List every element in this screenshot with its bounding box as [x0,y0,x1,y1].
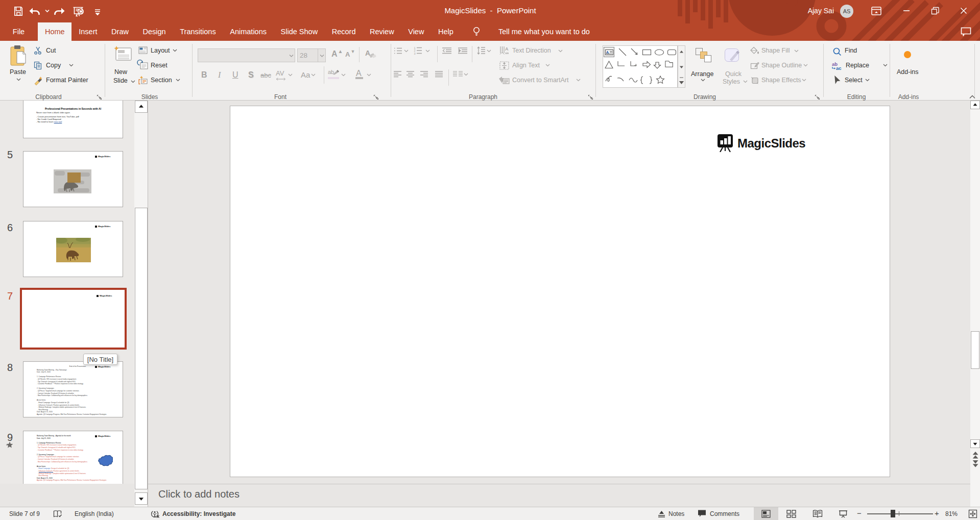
svg-text:ac: ac [836,65,842,71]
svg-text:3: 3 [414,52,416,55]
svg-text:A: A [505,46,509,52]
